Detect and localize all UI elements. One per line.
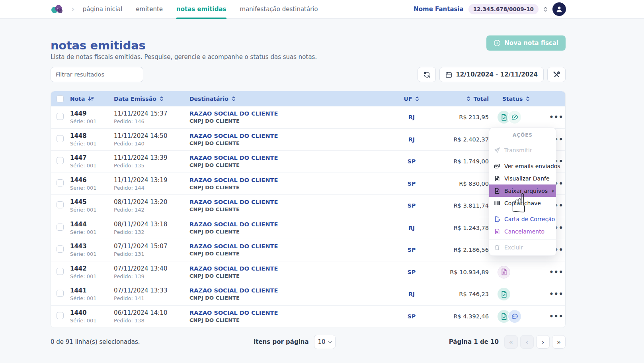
filter-input[interactable]: [51, 67, 143, 82]
tools-icon: [553, 71, 560, 78]
select-all-checkbox[interactable]: [57, 95, 64, 102]
row-checkbox[interactable]: [57, 113, 64, 120]
menu-item-ver-emails[interactable]: Ver emails enviados: [489, 160, 556, 172]
filter-actions: 12/10/2024 - 12/11/2024: [418, 67, 566, 82]
row-checkbox[interactable]: [57, 157, 64, 164]
row-checkbox[interactable]: [57, 245, 64, 253]
doc-check-status-icon[interactable]: [498, 288, 510, 300]
pedido-number: Pedido: 131: [114, 251, 189, 257]
row-checkbox[interactable]: [57, 201, 64, 208]
nota-serie: Série: 001: [70, 229, 114, 235]
previous-page-button[interactable]: ‹: [520, 335, 534, 349]
last-page-button[interactable]: »: [552, 335, 566, 349]
brand: ›: [51, 4, 78, 14]
nota-number: 1444: [70, 221, 114, 228]
nav-emitente[interactable]: emitente: [136, 0, 163, 19]
destinatario-link[interactable]: RAZAO SOCIAL DO CLIENTE: [189, 155, 388, 161]
destinatario-link[interactable]: RAZAO SOCIAL DO CLIENTE: [189, 110, 388, 117]
destinatario-link[interactable]: RAZAO SOCIAL DO CLIENTE: [189, 133, 388, 139]
menu-item-transmitir: Transmitir: [489, 144, 556, 156]
company-switcher-icon[interactable]: [543, 6, 548, 12]
total-value: R$ 2.186,56: [435, 247, 495, 253]
user-avatar[interactable]: [552, 2, 566, 16]
row-checkbox[interactable]: [57, 135, 64, 142]
nota-serie: Série: 001: [70, 118, 114, 124]
table-row: 1442Série: 001 07/11/2024 13:40Pedido: 1…: [51, 261, 565, 284]
row-checkbox[interactable]: [57, 179, 64, 186]
nota-serie: Série: 001: [70, 273, 114, 279]
doc-x-status-icon[interactable]: [498, 266, 510, 279]
table-header: Nota Data Emissão Destinatário UF Total …: [51, 91, 565, 106]
nota-number: 1443: [70, 243, 114, 250]
status-cell: [495, 310, 547, 323]
tools-button[interactable]: [547, 67, 566, 82]
row-checkbox[interactable]: [57, 312, 64, 319]
column-header-nota[interactable]: Nota: [70, 96, 114, 102]
table-row: 1443Série: 001 07/11/2024 15:07Pedido: 1…: [51, 239, 565, 261]
total-value: R$ 10.934,89: [435, 269, 495, 275]
column-header-data-emissao[interactable]: Data Emissão: [114, 96, 189, 102]
company-cnpj-badge[interactable]: 12.345.678/0009-10: [468, 4, 539, 14]
row-checkbox[interactable]: [57, 224, 64, 231]
row-checkbox[interactable]: [57, 268, 64, 275]
emission-date: 07/11/2024 13:40: [114, 265, 189, 272]
column-header-uf[interactable]: UF: [388, 96, 435, 102]
row-actions-button[interactable]: •••: [547, 113, 566, 122]
menu-divider: [489, 239, 556, 239]
chat-check-status-icon[interactable]: [508, 111, 521, 124]
date-range-button[interactable]: 12/10/2024 - 12/11/2024: [439, 67, 544, 82]
emails-icon: [494, 163, 500, 169]
destinatario-link[interactable]: RAZAO SOCIAL DO CLIENTE: [189, 265, 388, 272]
nota-serie: Série: 001: [70, 251, 114, 257]
nav-pagina-inicial[interactable]: página inicial: [83, 0, 123, 19]
menu-item-excluir: Excluir: [489, 241, 556, 253]
refresh-button[interactable]: [418, 67, 436, 82]
pedido-number: Pedido: 140: [114, 141, 189, 147]
destinatario-link[interactable]: RAZAO SOCIAL DO CLIENTE: [189, 221, 388, 228]
table-footer: 0 de 91 linha(s) selecionadas. Itens por…: [51, 335, 566, 349]
breadcrumb-chevron-icon: ›: [71, 5, 75, 14]
total-value: R$ 830,00: [435, 181, 495, 187]
new-note-button[interactable]: Nova nota fiscal: [486, 35, 566, 51]
pedido-number: Pedido: 141: [114, 295, 189, 301]
items-per-page-select[interactable]: 10: [314, 335, 336, 349]
uf-value: SP: [388, 181, 435, 187]
document-icon: [494, 175, 500, 182]
destinatario-link[interactable]: RAZAO SOCIAL DO CLIENTE: [189, 243, 388, 249]
destinatario-link[interactable]: RAZAO SOCIAL DO CLIENTE: [189, 199, 388, 205]
nav-manifestacao-destinatario[interactable]: manifestação destinatário: [240, 0, 318, 19]
items-per-page-label: Itens por página: [254, 338, 309, 345]
nav-notas-emitidas[interactable]: notas emitidas: [176, 0, 226, 19]
menu-item-visualizar-danfe[interactable]: Visualizar Danfe: [489, 172, 556, 184]
chat-dots-status-icon[interactable]: [508, 310, 521, 323]
next-page-button[interactable]: ›: [536, 335, 550, 349]
row-actions-button[interactable]: •••: [547, 268, 566, 277]
destinatario-cnpj: CNPJ DO CLIENTE: [189, 140, 388, 146]
menu-divider: [489, 158, 556, 158]
destinatario-cnpj: CNPJ DO CLIENTE: [189, 317, 388, 323]
app-logo[interactable]: [51, 4, 64, 14]
menu-item-cancelamento[interactable]: Cancelamento: [489, 225, 556, 237]
column-header-status[interactable]: Status: [495, 96, 547, 102]
nota-serie: Série: 001: [70, 318, 114, 324]
barcode-icon: [494, 200, 500, 206]
destinatario-link[interactable]: RAZAO SOCIAL DO CLIENTE: [189, 310, 388, 316]
destinatario-link[interactable]: RAZAO SOCIAL DO CLIENTE: [189, 177, 388, 183]
column-header-destinatario[interactable]: Destinatário: [189, 96, 388, 102]
row-actions-button[interactable]: •••: [547, 312, 566, 321]
emission-date: 11/11/2024 13:39: [114, 154, 189, 161]
emission-date: 07/11/2024 15:07: [114, 243, 189, 250]
table-body: 1449Série: 001 11/11/2024 15:37Pedido: 1…: [51, 106, 565, 328]
sort-updown-icon: [160, 96, 164, 102]
first-page-button[interactable]: «: [504, 335, 518, 349]
top-navbar: › página inicial emitente notas emitidas…: [0, 0, 644, 19]
destinatario-cnpj: CNPJ DO CLIENTE: [189, 184, 388, 190]
row-actions-button[interactable]: •••: [547, 290, 566, 298]
column-header-total[interactable]: Total: [435, 96, 495, 102]
pedido-number: Pedido: 138: [114, 318, 189, 324]
row-checkbox[interactable]: [57, 290, 64, 297]
destinatario-cnpj: CNPJ DO CLIENTE: [189, 251, 388, 257]
destinatario-cnpj: CNPJ DO CLIENTE: [189, 295, 388, 301]
destinatario-link[interactable]: RAZAO SOCIAL DO CLIENTE: [189, 287, 388, 294]
destinatario-cnpj: CNPJ DO CLIENTE: [189, 273, 388, 279]
